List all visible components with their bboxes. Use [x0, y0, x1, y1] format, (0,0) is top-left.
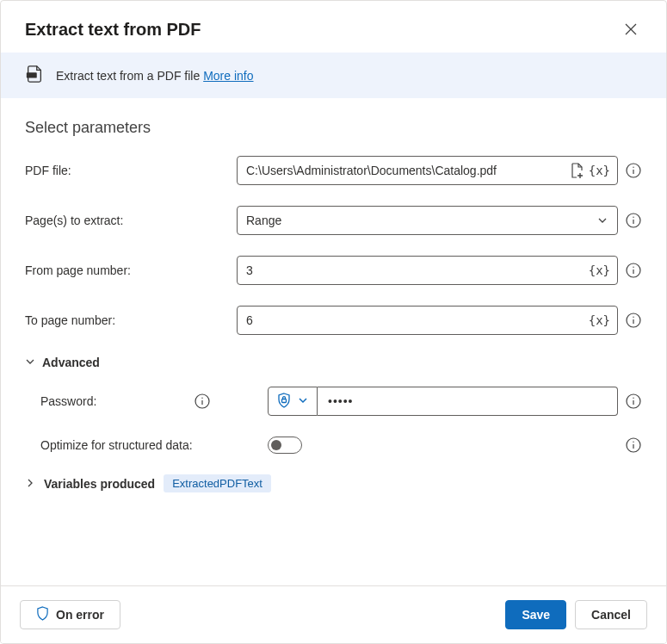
pdf-file-input-wrap: {x}	[237, 156, 618, 185]
password-mode-selector[interactable]	[268, 387, 318, 416]
info-text: Extract text from a PDF file More info	[56, 69, 254, 83]
chevron-down-icon	[596, 214, 608, 226]
label-password: Password:	[40, 394, 96, 408]
info-button-password[interactable]	[625, 393, 642, 410]
row-to-page: To page number: {x}	[25, 306, 642, 335]
more-info-link[interactable]: More info	[203, 69, 253, 83]
dialog-footer: On error Save Cancel	[1, 585, 666, 643]
label-pdf-file: PDF file:	[25, 164, 237, 177]
svg-point-14	[633, 398, 633, 399]
chevron-down-icon	[25, 356, 35, 369]
row-pdf-file: PDF file: {x}	[25, 156, 642, 185]
variable-picker-button[interactable]: {x}	[589, 164, 610, 177]
label-optimize: Optimize for structured data:	[40, 438, 193, 452]
toggle-knob	[271, 440, 281, 450]
info-icon	[626, 437, 641, 453]
variable-picker-button[interactable]: {x}	[589, 313, 610, 327]
info-icon	[195, 393, 210, 409]
info-icon	[626, 213, 641, 228]
pages-to-extract-value: Range	[246, 214, 281, 227]
info-button-optimize[interactable]	[625, 437, 642, 454]
close-icon	[625, 23, 637, 35]
row-optimize: Optimize for structured data:	[25, 437, 642, 454]
info-button-pages[interactable]	[625, 212, 642, 229]
password-group	[268, 387, 618, 416]
save-label: Save	[522, 608, 550, 622]
variables-produced-heading: Variables produced	[44, 477, 155, 491]
info-strip: PDF Extract text from a PDF file More in…	[1, 53, 666, 98]
to-page-input[interactable]	[238, 307, 582, 334]
shield-lock-icon	[277, 393, 291, 411]
row-from-page: From page number: {x}	[25, 256, 642, 285]
cancel-label: Cancel	[591, 608, 631, 622]
to-page-input-wrap: {x}	[237, 306, 618, 335]
svg-point-11	[201, 398, 202, 399]
info-icon	[626, 313, 641, 328]
variable-tag[interactable]: ExtractedPDFText	[164, 474, 271, 492]
dialog-title: Extract text from PDF	[25, 20, 201, 40]
section-title: Select parameters	[25, 119, 642, 137]
from-page-input[interactable]	[238, 257, 582, 284]
label-to-page: To page number:	[25, 313, 237, 327]
close-button[interactable]	[620, 18, 642, 40]
variable-picker-button[interactable]: {x}	[589, 263, 610, 277]
pages-to-extract-select[interactable]: Range	[237, 206, 618, 235]
row-pages-to-extract: Page(s) to extract: Range	[25, 206, 642, 235]
info-icon	[626, 263, 641, 278]
info-icon	[626, 393, 641, 409]
password-input[interactable]	[318, 394, 617, 408]
pdf-file-input[interactable]	[238, 157, 563, 184]
svg-rect-12	[282, 399, 287, 402]
cancel-button[interactable]: Cancel	[575, 600, 647, 629]
info-button-from-page[interactable]	[625, 262, 642, 279]
svg-point-5	[633, 217, 633, 218]
row-password: Password:	[25, 387, 642, 416]
svg-point-16	[633, 442, 633, 443]
advanced-heading: Advanced	[42, 356, 100, 369]
file-add-icon	[570, 163, 584, 178]
pdf-file-icon: PDF	[25, 65, 44, 86]
save-button[interactable]: Save	[505, 600, 566, 629]
info-button-to-page[interactable]	[625, 312, 642, 329]
info-button-password-left[interactable]	[194, 393, 211, 410]
svg-point-7	[633, 267, 633, 268]
advanced-section-toggle[interactable]: Advanced	[25, 356, 642, 369]
chevron-down-icon	[298, 394, 308, 408]
chevron-right-icon	[25, 477, 35, 491]
info-icon	[626, 163, 641, 178]
label-from-page: From page number:	[25, 263, 237, 277]
dialog-header: Extract text from PDF	[1, 1, 666, 53]
on-error-button[interactable]: On error	[20, 600, 120, 629]
from-page-input-wrap: {x}	[237, 256, 618, 285]
info-button-pdf-file[interactable]	[625, 162, 642, 179]
svg-point-3	[633, 167, 633, 168]
svg-text:PDF: PDF	[28, 73, 35, 77]
on-error-label: On error	[56, 608, 104, 622]
optimize-toggle[interactable]	[268, 437, 302, 454]
dialog-body: Select parameters PDF file: {x}	[1, 98, 666, 492]
svg-point-9	[633, 317, 633, 318]
shield-icon	[36, 606, 49, 623]
file-picker-button[interactable]	[570, 163, 584, 178]
variables-produced-toggle[interactable]: Variables produced ExtractedPDFText	[25, 474, 642, 492]
label-pages-to-extract: Page(s) to extract:	[25, 214, 237, 227]
